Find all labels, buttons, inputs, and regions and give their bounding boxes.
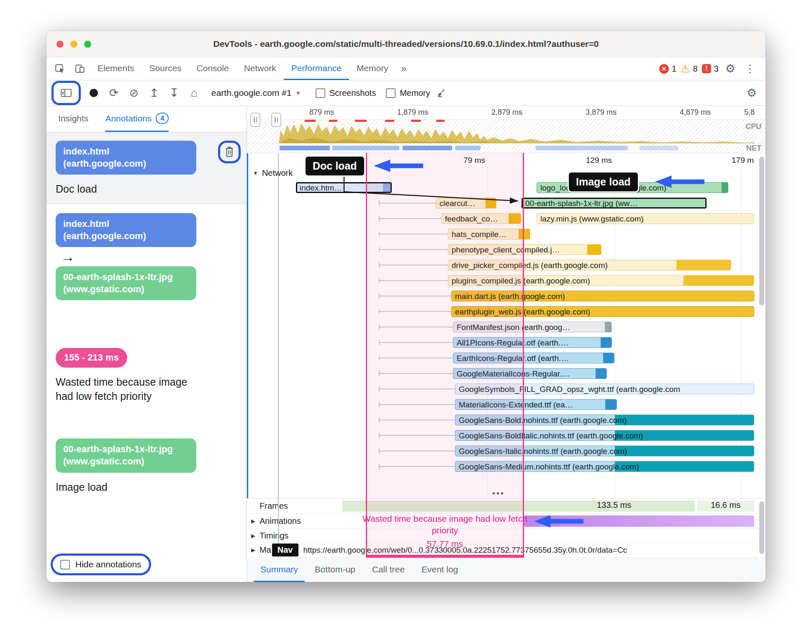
annotation-chip[interactable]: index.html (earth.google.com) <box>56 141 196 175</box>
overview-window-handle[interactable] <box>271 113 281 127</box>
timeline-overview[interactable]: 879 ms 1,879 ms 2,879 ms 3,879 ms 4,879 … <box>247 106 766 153</box>
hide-annotations-label: Hide annotations <box>75 559 141 569</box>
bottom-tab[interactable]: Event log <box>415 558 465 582</box>
network-request-bar[interactable] <box>537 213 754 224</box>
clear-button[interactable]: ⊘ <box>125 84 143 102</box>
console-errors[interactable]: ✕ 1 <box>659 64 676 74</box>
inspect-cursor-icon <box>54 63 65 74</box>
expand-triangle-icon[interactable]: ▶ <box>247 518 260 524</box>
overview-tick: 5,8 <box>744 108 757 117</box>
screenshots-checkbox[interactable]: Screenshots <box>316 88 376 98</box>
frames-track-label: Frames <box>260 501 288 511</box>
close-button[interactable] <box>57 41 64 48</box>
issue-count: 3 <box>714 64 719 74</box>
settings-gear-icon[interactable]: ⚙ <box>723 62 738 75</box>
console-warnings[interactable]: ⚠ 8 <box>681 64 698 74</box>
performance-sidebar: Insights Annotations 4 index.html (earth… <box>46 106 247 582</box>
overview-window-handle[interactable] <box>250 113 260 127</box>
devtools-content: Insights Annotations 4 index.html (earth… <box>46 106 766 582</box>
devtools-tab[interactable]: Performance <box>284 57 349 80</box>
network-track-header[interactable]: ▼ Network <box>253 168 293 178</box>
devtools-tab[interactable]: Network <box>236 57 284 80</box>
zoom-button[interactable] <box>84 41 91 48</box>
overview-tick: 3,879 ms <box>583 108 617 117</box>
net-activity-segment <box>280 146 330 150</box>
wasted-time-arrow-icon <box>534 515 583 528</box>
annotation-highlight-ring <box>51 81 81 105</box>
overview-tick: 879 ms <box>301 108 334 117</box>
performance-settings-gear-icon[interactable]: ⚙ <box>743 84 761 102</box>
overview-tick: 4,879 ms <box>677 108 711 117</box>
load-profile-button[interactable]: ↥ <box>145 84 163 102</box>
request-active-segment <box>605 322 612 332</box>
hide-annotations-row: Hide annotations <box>46 550 247 582</box>
minimize-button[interactable] <box>70 41 77 48</box>
annotation-entry-link[interactable]: index.html (earth.google.com) → 00-earth… <box>46 205 247 309</box>
bottom-tab[interactable]: Call tree <box>365 558 411 582</box>
target-selector[interactable]: earth.google.com #1 ▾ <box>206 88 306 98</box>
annotation-entry-doc-load[interactable]: index.html (earth.google.com) Doc load <box>46 132 247 205</box>
wasted-time-duration: 57.77 ms <box>355 538 535 550</box>
network-request-bar[interactable] <box>522 198 707 209</box>
hide-annotations-checkbox[interactable] <box>60 560 70 569</box>
request-active-segment <box>587 245 601 255</box>
devtools-window: DevTools - earth.google.com/static/multi… <box>46 31 766 582</box>
request-active-segment <box>676 260 731 270</box>
nav-marker-chip: Nav <box>272 544 298 556</box>
waterfall-scrollbar[interactable] <box>759 157 764 306</box>
time-range-chip[interactable]: 155 - 213 ms <box>56 348 127 368</box>
expand-triangle-icon[interactable]: ▶ <box>247 533 260 539</box>
devtools-tab[interactable]: Sources <box>142 57 189 80</box>
overview-net-strip: NET <box>247 143 766 153</box>
annotation-label: Image load <box>56 480 194 495</box>
annotation-label: Doc load <box>56 182 194 196</box>
target-label: earth.google.com #1 <box>211 88 291 98</box>
expand-triangle-icon[interactable]: ▶ <box>247 547 260 553</box>
traffic-lights <box>57 41 91 48</box>
timeline-tick: 179 m <box>732 156 754 165</box>
issue-icon: ! <box>702 64 711 73</box>
tab-insights[interactable]: Insights <box>58 106 88 132</box>
bottom-tab[interactable]: Summary <box>254 558 305 582</box>
annotation-highlight-ring <box>218 141 241 163</box>
reload-and-record-button[interactable]: ⟳ <box>105 84 123 102</box>
inspect-element-button[interactable] <box>50 57 70 80</box>
tracks-scrollbar[interactable] <box>759 501 764 554</box>
track-edge-indicator <box>247 153 248 498</box>
cpu-activity-chart <box>247 120 754 143</box>
devtools-tab[interactable]: Console <box>189 57 236 80</box>
overview-tick: 2,879 ms <box>489 108 522 117</box>
checkbox-icon <box>316 88 325 98</box>
tab-annotations[interactable]: Annotations 4 <box>105 106 169 132</box>
annotation-entry-image-load[interactable]: 00-earth-splash-1x-ltr.jpg (www.gstatic.… <box>46 430 247 502</box>
annotation-chip[interactable]: 00-earth-splash-1x-ltr.jpg (www.gstatic.… <box>56 266 196 300</box>
memory-label: Memory <box>400 88 430 98</box>
annotation-list: index.html (earth.google.com) Doc load <box>46 132 247 550</box>
long-task-marker <box>355 120 367 122</box>
home-button[interactable]: ⌂ <box>185 84 203 102</box>
memory-checkbox[interactable]: Memory <box>386 88 430 98</box>
titlebar: DevTools - earth.google.com/static/multi… <box>46 31 766 57</box>
devtools-tab[interactable]: Elements <box>90 57 142 80</box>
kebab-menu-icon[interactable]: ⋮ <box>742 62 758 75</box>
annotations-count-badge: 4 <box>156 113 169 124</box>
window-title: DevTools - earth.google.com/static/multi… <box>46 39 766 49</box>
save-profile-button[interactable]: ↧ <box>165 84 183 102</box>
annotation-chip[interactable]: index.html (earth.google.com) <box>56 213 196 247</box>
record-button[interactable] <box>85 84 103 102</box>
device-toolbar-button[interactable] <box>70 57 90 80</box>
bottom-tab[interactable]: Bottom-up <box>308 558 362 582</box>
long-task-marker <box>385 120 394 122</box>
error-count: 1 <box>672 64 676 74</box>
request-active-segment <box>605 399 617 410</box>
issues[interactable]: ! 3 <box>702 64 719 74</box>
trash-icon[interactable] <box>224 146 234 158</box>
timings-track-label: Timings <box>260 531 288 541</box>
collect-garbage-button[interactable] <box>432 84 450 102</box>
toggle-sidebar-button[interactable] <box>57 84 75 102</box>
devtools-tab[interactable]: Memory <box>349 57 396 80</box>
annotation-entry-time-range[interactable]: 155 - 213 ms Wasted time because image h… <box>46 340 247 412</box>
checkbox-icon <box>386 88 396 98</box>
more-tabs-button[interactable]: » <box>396 57 411 80</box>
annotation-chip[interactable]: 00-earth-splash-1x-ltr.jpg (www.gstatic.… <box>56 438 196 472</box>
